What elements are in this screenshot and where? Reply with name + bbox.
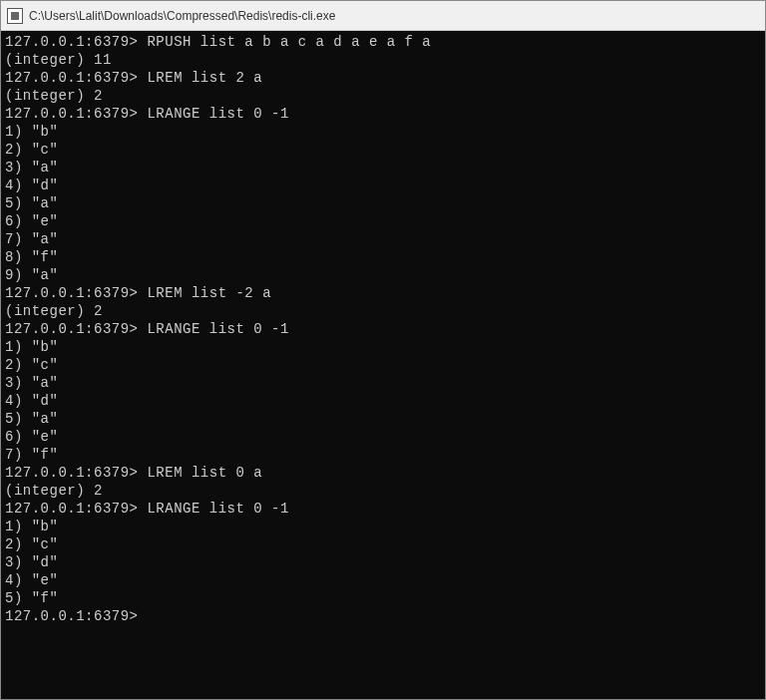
prompt-line: 127.0.0.1:6379> xyxy=(5,607,761,625)
command-line: 127.0.0.1:6379> LRANGE list 0 -1 xyxy=(5,105,761,123)
titlebar[interactable]: C:\Users\Lalit\Downloads\Compressed\Redi… xyxy=(1,1,765,31)
command-line: 127.0.0.1:6379> LRANGE list 0 -1 xyxy=(5,500,761,518)
app-icon xyxy=(7,8,23,24)
command-line: 127.0.0.1:6379> RPUSH list a b a c a d a… xyxy=(5,33,761,51)
output-line: 2) "c" xyxy=(5,535,761,553)
output-line: 7) "a" xyxy=(5,230,761,248)
output-line: 8) "f" xyxy=(5,248,761,266)
output-line: 1) "b" xyxy=(5,518,761,535)
output-line: 2) "c" xyxy=(5,141,761,159)
output-line: (integer) 2 xyxy=(5,302,761,320)
output-line: 3) "a" xyxy=(5,159,761,176)
output-line: 4) "e" xyxy=(5,571,761,589)
output-line: 3) "a" xyxy=(5,374,761,392)
output-line: 3) "d" xyxy=(5,553,761,571)
output-line: 6) "e" xyxy=(5,428,761,446)
output-line: 4) "d" xyxy=(5,392,761,410)
output-line: 5) "a" xyxy=(5,194,761,212)
output-line: 6) "e" xyxy=(5,212,761,230)
output-line: 7) "f" xyxy=(5,446,761,464)
terminal-window: C:\Users\Lalit\Downloads\Compressed\Redi… xyxy=(0,0,766,700)
output-line: 5) "a" xyxy=(5,410,761,428)
output-line: 1) "b" xyxy=(5,338,761,356)
command-line: 127.0.0.1:6379> LRANGE list 0 -1 xyxy=(5,320,761,338)
output-line: (integer) 2 xyxy=(5,87,761,105)
output-line: 5) "f" xyxy=(5,589,761,607)
output-line: 1) "b" xyxy=(5,123,761,141)
output-line: (integer) 11 xyxy=(5,51,761,69)
terminal-body[interactable]: 127.0.0.1:6379> RPUSH list a b a c a d a… xyxy=(1,31,765,699)
command-line: 127.0.0.1:6379> LREM list -2 a xyxy=(5,284,761,302)
output-line: 2) "c" xyxy=(5,356,761,374)
window-title: C:\Users\Lalit\Downloads\Compressed\Redi… xyxy=(29,9,335,23)
command-line: 127.0.0.1:6379> LREM list 2 a xyxy=(5,69,761,87)
output-line: 4) "d" xyxy=(5,176,761,194)
output-line: 9) "a" xyxy=(5,266,761,284)
output-line: (integer) 2 xyxy=(5,482,761,500)
command-line: 127.0.0.1:6379> LREM list 0 a xyxy=(5,464,761,482)
